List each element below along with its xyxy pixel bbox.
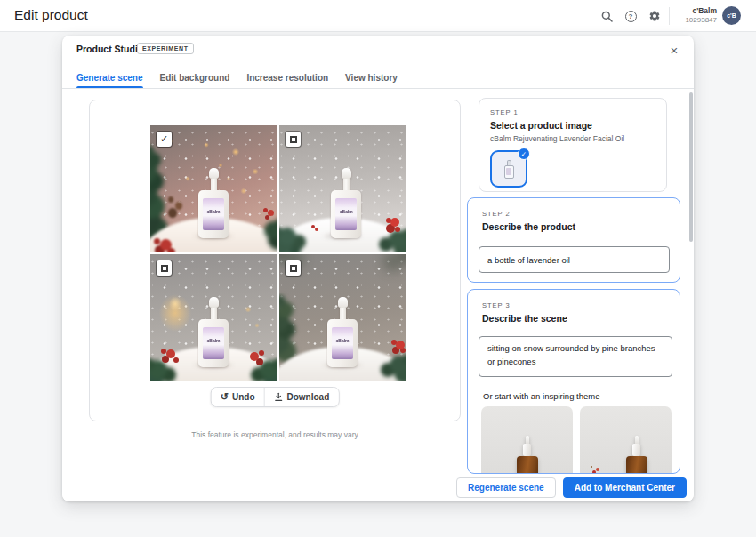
experiment-badge: EXPERIMENT [137, 43, 194, 54]
page-title: Edit product [14, 7, 88, 23]
close-icon[interactable]: × [666, 42, 682, 58]
account-info[interactable]: c'Balm 10293847 [672, 6, 717, 25]
generated-image-2[interactable]: cBalm ✓ [279, 125, 406, 252]
scene-description-textarea[interactable]: sitting on snow surrounded by pine branc… [479, 336, 672, 377]
download-label: Download [286, 392, 329, 402]
checkbox-square-glyph [290, 136, 297, 143]
image-select-checkbox[interactable]: ✓ [157, 260, 172, 276]
tab-generate-scene[interactable]: Generate scene [76, 67, 143, 88]
theme-suggestion-label: Or start with an inspiring theme [483, 391, 599, 401]
step3-card: STEP 3 Describe the scene sitting on sno… [467, 289, 680, 474]
generated-image-grid: cBalm ✓ cBalm [150, 125, 407, 382]
step1-title: Select a product image [490, 120, 655, 131]
theme-thumbnail-2[interactable] [580, 406, 672, 474]
product-bottle: cBalm [197, 297, 229, 367]
step2-eyebrow: STEP 2 [482, 210, 665, 218]
amber-bottle-icon [514, 436, 541, 474]
tab-edit-background[interactable]: Edit background [160, 67, 230, 88]
tab-increase-resolution[interactable]: Increase resolution [246, 67, 328, 88]
tab-view-history[interactable]: View history [345, 67, 398, 88]
top-app-bar: Edit product ? c'Balm 10293847 c'B [0, 0, 756, 32]
panel-scrollbar[interactable] [689, 92, 693, 242]
generated-image-4[interactable]: cBalm ✓ [279, 254, 406, 381]
product-image-thumbnail[interactable]: ✓ [490, 150, 527, 188]
amber-bottle-icon [623, 436, 650, 474]
account-id: 10293847 [672, 16, 717, 25]
image-select-checkbox[interactable]: ✓ [286, 132, 301, 147]
generated-image-3[interactable]: cBalm ✓ [150, 254, 277, 381]
download-icon [273, 392, 283, 402]
checkbox-square-glyph [290, 265, 297, 272]
product-bottle: cBalm [330, 168, 362, 238]
step2-card: STEP 2 Describe the product [467, 197, 680, 283]
dialog-tabs: Generate scene Edit background Increase … [62, 68, 694, 89]
topbar-divider [669, 7, 670, 25]
product-bottle: cBalm [326, 297, 358, 367]
step1-product-name: cBalm Rejuvenating Lavender Facial Oil [490, 134, 655, 143]
result-actions: ↺ Undo Download [211, 387, 340, 407]
help-icon[interactable]: ? [623, 9, 638, 23]
download-button[interactable]: Download [264, 388, 338, 406]
product-description-input[interactable] [479, 246, 670, 273]
step3-eyebrow: STEP 3 [482, 301, 665, 309]
experimental-disclaimer: This feature is experimental, and result… [89, 430, 461, 439]
undo-icon: ↺ [221, 392, 229, 402]
step1-eyebrow: STEP 1 [490, 108, 655, 116]
avatar[interactable]: c'B [722, 6, 741, 25]
step1-card: STEP 1 Select a product image cBalm Reju… [479, 98, 667, 192]
selected-check-badge: ✓ [518, 148, 530, 160]
image-select-checkbox[interactable]: ✓ [286, 260, 301, 276]
mini-bottle-icon [503, 160, 514, 179]
image-select-checkbox[interactable]: ✓ [157, 132, 172, 147]
generated-image-1[interactable]: cBalm ✓ [150, 125, 277, 252]
step2-title: Describe the product [482, 221, 665, 232]
checkbox-square-glyph [161, 265, 168, 272]
dialog-footer: Regenerate scene Add to Merchant Center [62, 474, 694, 501]
add-to-merchant-center-button[interactable]: Add to Merchant Center [563, 477, 687, 498]
undo-button[interactable]: ↺ Undo [212, 388, 264, 406]
undo-label: Undo [232, 392, 255, 402]
generated-results-panel: cBalm ✓ cBalm [89, 100, 461, 421]
settings-gear-icon[interactable] [647, 9, 662, 23]
product-bottle: cBalm [197, 168, 229, 238]
dialog-title: Product Studio [76, 44, 143, 54]
product-studio-dialog: Product Studio EXPERIMENT × Generate sce… [62, 36, 694, 501]
account-name: c'Balm [672, 6, 717, 16]
search-icon[interactable] [599, 9, 614, 23]
step3-title: Describe the scene [482, 313, 665, 324]
regenerate-scene-button[interactable]: Regenerate scene [456, 477, 556, 498]
checkbox-check-glyph: ✓ [160, 134, 168, 144]
theme-thumbnail-1[interactable] [481, 406, 573, 474]
